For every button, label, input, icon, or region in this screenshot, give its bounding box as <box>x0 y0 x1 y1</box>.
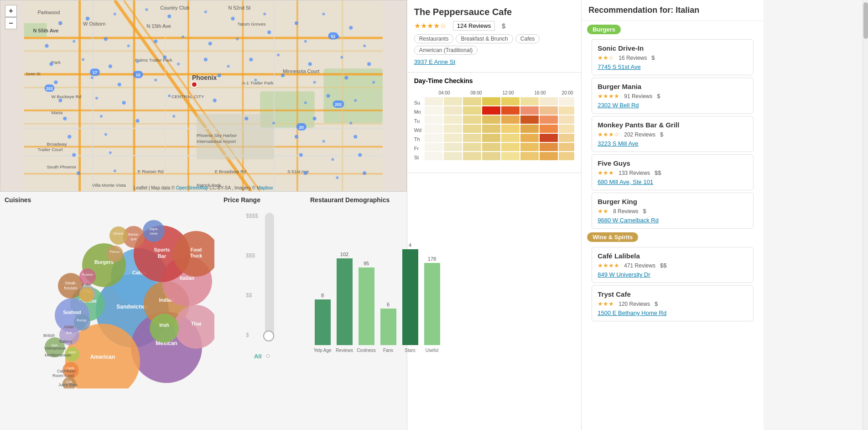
svg-rect-257 <box>559 97 574 105</box>
lalibela-address[interactable]: 849 W University Dr <box>598 271 748 278</box>
svg-rect-253 <box>482 97 500 105</box>
svg-point-87 <box>363 45 366 47</box>
svg-point-138 <box>114 169 116 172</box>
restaurant-stars: ★★★★☆ <box>414 21 446 30</box>
price-title: Price Range <box>223 196 301 204</box>
day-wd: Wd <box>414 126 422 135</box>
tag-american[interactable]: American (Traditional) <box>414 46 478 55</box>
restaurant-address[interactable]: 3937 E Anne St <box>414 58 575 65</box>
svg-rect-227 <box>315 299 331 345</box>
svg-text:04:00: 04:00 <box>439 90 450 95</box>
rec-category-wine: Wine & Spirits Café Lalibela ★★★★ 471 Re… <box>587 232 758 321</box>
sonic-meta: ★★☆ 16 Reviews $ <box>598 54 748 61</box>
svg-rect-277 <box>482 125 500 133</box>
price-circle-icon: ○ <box>265 351 270 360</box>
svg-point-201 <box>79 288 94 302</box>
svg-rect-16 <box>296 0 298 191</box>
svg-rect-266 <box>425 115 443 124</box>
rec-category-burgers: Burgers Sonic Drive-In ★★☆ 16 Reviews $ … <box>587 25 758 229</box>
price-panel: Price Range $$$$ $$$ $$ $ <box>219 194 306 428</box>
svg-point-70 <box>204 10 207 13</box>
price-slider-thumb[interactable] <box>263 330 274 341</box>
svg-point-130 <box>322 140 325 143</box>
svg-point-193 <box>107 246 123 262</box>
svg-rect-264 <box>540 106 558 115</box>
monkeypants-address[interactable]: 3223 S Mill Ave <box>598 140 748 147</box>
svg-text:Asian: Asian <box>64 325 74 329</box>
svg-point-113 <box>122 101 126 105</box>
svg-point-86 <box>335 35 339 39</box>
burgermania-reviews: 91 Reviews <box>624 93 652 100</box>
burgerking-address[interactable]: 9680 W Camelback Rd <box>598 217 748 224</box>
svg-point-118 <box>354 99 357 102</box>
svg-text:W Osborn: W Osborn <box>83 21 105 26</box>
map-controls: + − <box>5 5 17 29</box>
svg-point-107 <box>281 73 285 77</box>
cuisines-panel: Cuisines Sandwiches Mexican American Caf… <box>0 194 219 428</box>
mapbox-link[interactable]: Mapbox <box>257 185 273 190</box>
restaurant-tags: Restaurants Breakfast & Brunch Cafes Ame… <box>414 34 575 55</box>
svg-rect-233 <box>359 267 374 345</box>
svg-rect-23 <box>165 0 166 191</box>
svg-point-140 <box>336 176 338 179</box>
svg-text:E Roeser Rd: E Roeser Rd <box>138 169 164 174</box>
tag-breakfast[interactable]: Breakfast & Brunch <box>456 34 513 43</box>
svg-text:Minnesota Court: Minnesota Court <box>283 68 319 74</box>
lalibela-name: Café Lalibela <box>598 252 748 260</box>
lalibela-meta: ★★★★ 471 Reviews $$ <box>598 262 748 269</box>
burgermania-address[interactable]: 2302 W Bell Rd <box>598 102 748 109</box>
svg-point-65 <box>58 21 62 25</box>
tag-restaurants[interactable]: Restaurants <box>414 34 454 43</box>
svg-text:British: British <box>43 333 55 338</box>
svg-point-96 <box>249 58 253 61</box>
rec-card-burgerking: Burger King ★★ 8 Reviews $ 9680 W Camelb… <box>592 193 754 229</box>
svg-rect-285 <box>482 134 500 142</box>
svg-rect-242 <box>424 263 440 345</box>
svg-text:Bakery: Bakery <box>59 339 73 344</box>
tag-cafes[interactable]: Cafes <box>515 34 540 43</box>
svg-text:Stars: Stars <box>405 348 415 353</box>
sonic-address[interactable]: 7745 S 51st Ave <box>598 63 748 70</box>
svg-rect-298 <box>425 152 443 160</box>
svg-text:17: 17 <box>93 70 97 75</box>
tryst-meta: ★★★ 120 Reviews $ <box>598 300 748 307</box>
svg-point-82 <box>208 42 212 46</box>
svg-point-90 <box>109 64 112 68</box>
osm-link[interactable]: OpenStreetMap <box>176 185 208 190</box>
cuisines-title: Cuisines <box>5 196 214 204</box>
tryst-price: $ <box>655 300 658 307</box>
main-layout: N 55th Ave Parkwood Country Club Park W … <box>0 0 868 430</box>
svg-rect-275 <box>444 125 462 133</box>
svg-point-120 <box>100 115 103 118</box>
svg-point-132 <box>72 153 76 157</box>
svg-point-116 <box>304 101 307 104</box>
monkeypants-price: $ <box>660 131 663 138</box>
svg-rect-281 <box>559 125 574 133</box>
tryst-address[interactable]: 1500 E Bethany Home Rd <box>598 309 748 316</box>
svg-rect-278 <box>501 125 520 133</box>
sonic-name: Sonic Drive-In <box>598 44 748 52</box>
burgerking-name: Burger King <box>598 198 748 205</box>
svg-point-134 <box>299 153 303 157</box>
zoom-out-button[interactable]: − <box>5 17 17 29</box>
svg-rect-283 <box>444 134 462 142</box>
svg-point-98 <box>308 62 312 66</box>
svg-text:Phoenix Sky Harbor: Phoenix Sky Harbor <box>197 133 237 138</box>
svg-text:Sports: Sports <box>154 247 170 252</box>
fiveguys-stars: ★★★ <box>598 169 614 176</box>
map-attribution: Leaflet | Map data © OpenStreetMap CC-BY… <box>134 185 273 190</box>
svg-text:Irish: Irish <box>159 323 169 328</box>
svg-rect-274 <box>425 125 443 133</box>
fiveguys-address[interactable]: 680 Mill Ave, Ste 101 <box>598 178 748 185</box>
tryst-stars: ★★★ <box>598 300 614 307</box>
svg-text:8: 8 <box>321 293 324 298</box>
lalibela-reviews: 471 Reviews <box>624 262 655 269</box>
svg-text:Seafood: Seafood <box>63 310 81 315</box>
zoom-in-button[interactable]: + <box>5 5 17 17</box>
svg-text:Peruv.: Peruv. <box>110 250 120 254</box>
svg-point-139 <box>304 171 307 175</box>
price-label-1: $ <box>246 332 258 338</box>
rec-card-sonic: Sonic Drive-In ★★☆ 16 Reviews $ 7745 S 5… <box>592 39 754 75</box>
burgermania-meta: ★★★★ 91 Reviews $ <box>598 93 748 100</box>
svg-point-131 <box>353 135 357 139</box>
